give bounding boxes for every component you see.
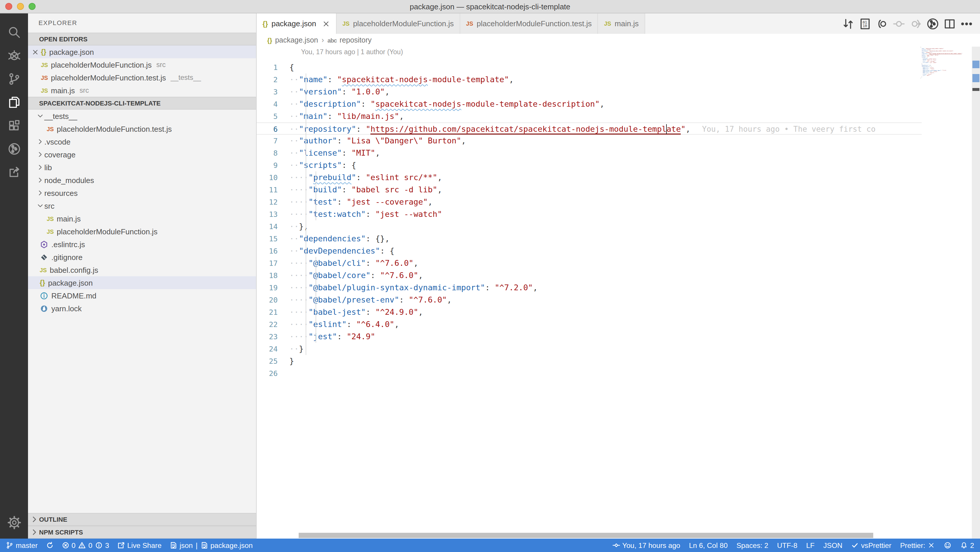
status-live-share[interactable]: Live Share: [117, 541, 162, 549]
activity-source-control-icon[interactable]: [0, 67, 28, 90]
code-line-25[interactable]: 25}: [257, 355, 922, 367]
code-line-4[interactable]: 4··"description": "spacekitcat-nodejs-mo…: [257, 98, 922, 110]
line-number[interactable]: 1: [257, 61, 290, 73]
tree-folder-node_modules[interactable]: node_modules: [28, 174, 256, 187]
status-language-mode[interactable]: JSON: [823, 541, 843, 549]
line-number[interactable]: 23: [257, 330, 290, 343]
line-number[interactable]: 17: [257, 257, 290, 269]
tree-folder-__tests__[interactable]: __tests__: [28, 109, 256, 122]
code-line-14[interactable]: 14··},: [257, 220, 922, 233]
line-number[interactable]: 11: [257, 184, 290, 196]
section-header-npm-scripts[interactable]: NPM SCRIPTS: [28, 526, 256, 539]
status-formatter-json[interactable]: json: [170, 541, 193, 549]
activity-extensions-icon[interactable]: [0, 114, 28, 137]
more-actions-icon[interactable]: [960, 17, 973, 30]
code-line-12[interactable]: 12····"test": "jest --coverage",: [257, 196, 922, 208]
code-line-8[interactable]: 8··"license": "MIT",: [257, 147, 922, 159]
vertical-scrollbar[interactable]: [972, 47, 980, 539]
status-cursor-position[interactable]: Ln 6, Col 80: [689, 541, 728, 549]
line-number[interactable]: 22: [257, 318, 290, 330]
tree-file-.gitignore[interactable]: .gitignore: [28, 251, 256, 263]
activity-search-icon[interactable]: [0, 21, 28, 44]
horizontal-scrollbar-thumb[interactable]: [299, 533, 873, 538]
compare-icon[interactable]: [842, 17, 854, 30]
status-errors[interactable]: 0: [62, 541, 76, 549]
project-header[interactable]: SPACEKITCAT-NODEJS-CLI-TEMPLATE: [28, 97, 256, 109]
code-line-5[interactable]: 5··"main": "lib/main.js",: [257, 110, 922, 122]
status-indentation[interactable]: Spaces: 2: [737, 541, 768, 549]
tab-placeholderModuleFunction.js[interactable]: JSplaceholderModuleFunction.js: [337, 13, 460, 34]
breadcrumb-symbol[interactable]: repository: [339, 36, 372, 44]
code-line-16[interactable]: 16··"devDependencies": {: [257, 245, 922, 257]
status-git-branch[interactable]: master: [6, 541, 38, 549]
code-line-23[interactable]: 23····"jest": "24.9": [257, 330, 922, 343]
tab-placeholderModuleFunction.test.js[interactable]: JSplaceholderModuleFunction.test.js: [460, 13, 598, 34]
close-icon[interactable]: [322, 19, 330, 28]
code-line-9[interactable]: 9··"scripts": {: [257, 159, 922, 171]
activity-share-icon[interactable]: [0, 160, 28, 184]
split-editor-icon[interactable]: [943, 17, 956, 30]
code-line-6[interactable]: 6··"repository": "https://github.com/spa…: [257, 122, 922, 135]
code-line-2[interactable]: 2··"name": "spacekitcat-nodejs-module-te…: [257, 73, 922, 86]
line-number[interactable]: 15: [257, 233, 290, 245]
activity-explorer-icon[interactable]: [0, 90, 28, 114]
code-line-24[interactable]: 24··}: [257, 343, 922, 355]
line-number[interactable]: 10: [257, 171, 290, 184]
status-prettier[interactable]: Prettier:: [900, 541, 935, 549]
tree-folder-src[interactable]: src: [28, 199, 256, 212]
code-line-22[interactable]: 22····"eslint": "^6.4.0",: [257, 318, 922, 330]
line-number[interactable]: 3: [257, 86, 290, 98]
code-line-18[interactable]: 18····"@babel/core": "^7.6.0",: [257, 269, 922, 282]
line-number[interactable]: 26: [257, 367, 290, 379]
status-formatter-file[interactable]: package.json: [200, 541, 253, 549]
tree-folder-resources[interactable]: resources: [28, 187, 256, 199]
line-number[interactable]: 14: [257, 220, 290, 233]
code-line-11[interactable]: 11····"build": "babel src -d lib",: [257, 184, 922, 196]
open-editor-placeholderModuleFunction.js[interactable]: JSplaceholderModuleFunction.jssrc: [28, 58, 256, 71]
minimap[interactable]: {··"name": "spacekitcat-nodejs-module-te…: [921, 47, 972, 122]
open-editor-main.js[interactable]: JSmain.jssrc: [28, 84, 256, 97]
section-header-outline[interactable]: OUTLINE: [28, 513, 256, 526]
code-line-7[interactable]: 7··"author": "Lisa \"Danger\" Burton",: [257, 135, 922, 147]
code-content[interactable]: 1{2··"name": "spacekitcat-nodejs-module-…: [257, 61, 922, 379]
nav-forward-icon[interactable]: [909, 17, 922, 30]
line-number[interactable]: 16: [257, 245, 290, 257]
tree-file-placeholderModuleFunction.js[interactable]: JSplaceholderModuleFunction.js: [28, 225, 256, 238]
tree-folder-lib[interactable]: lib: [28, 161, 256, 174]
activity-gear-icon[interactable]: [0, 511, 28, 534]
line-number[interactable]: 20: [257, 294, 290, 306]
tree-file-placeholderModuleFunction.test.js[interactable]: JSplaceholderModuleFunction.test.js: [28, 122, 256, 135]
code-line-26[interactable]: 26: [257, 367, 922, 379]
code-line-13[interactable]: 13····"test:watch": "jest --watch": [257, 208, 922, 220]
code-line-20[interactable]: 20····"@babel/preset-env": "^7.6.0",: [257, 294, 922, 306]
line-number[interactable]: 25: [257, 355, 290, 367]
authors-codelens[interactable]: You, 17 hours ago | 1 author (You): [301, 48, 403, 56]
open-editors-header[interactable]: OPEN EDITORS: [28, 33, 256, 46]
line-number[interactable]: 6: [257, 123, 290, 134]
open-editor-package.json[interactable]: {}package.json: [28, 46, 256, 58]
tree-file-main.js[interactable]: JSmain.js: [28, 212, 256, 225]
line-number[interactable]: 9: [257, 159, 290, 171]
code-line-10[interactable]: 10····"prebuild": "eslint src/**",: [257, 171, 922, 184]
tree-folder-.vscode[interactable]: .vscode: [28, 135, 256, 148]
line-number[interactable]: 5: [257, 110, 290, 122]
line-number[interactable]: 18: [257, 269, 290, 282]
tree-file-.eslintrc.js[interactable]: .eslintrc.js: [28, 238, 256, 251]
code-line-21[interactable]: 21····"babel-jest": "^24.9.0",: [257, 306, 922, 318]
line-number[interactable]: 13: [257, 208, 290, 220]
tab-package.json[interactable]: {}package.json: [257, 13, 337, 34]
tab-main.js[interactable]: JSmain.js: [598, 13, 645, 34]
activity-gitlens-icon[interactable]: [0, 137, 28, 160]
code-line-1[interactable]: 1{: [257, 61, 922, 73]
status-vsprettier[interactable]: vsPrettier: [851, 541, 891, 549]
line-number[interactable]: 7: [257, 135, 290, 147]
minimap-content[interactable]: {··"name": "spacekitcat-nodejs-module-te…: [921, 47, 972, 80]
editor-pane[interactable]: You, 17 hours ago | 1 author (You) 1{2··…: [257, 47, 980, 539]
breadcrumb-file[interactable]: package.json: [275, 36, 318, 44]
tree-file-babel.config.js[interactable]: JSbabel.config.js: [28, 263, 256, 276]
line-number[interactable]: 24: [257, 343, 290, 355]
line-number[interactable]: 4: [257, 98, 290, 110]
line-number[interactable]: 12: [257, 196, 290, 208]
code-line-19[interactable]: 19····"@babel/plugin-syntax-dynamic-impo…: [257, 282, 922, 294]
tree-file-README.md[interactable]: README.md: [28, 289, 256, 302]
